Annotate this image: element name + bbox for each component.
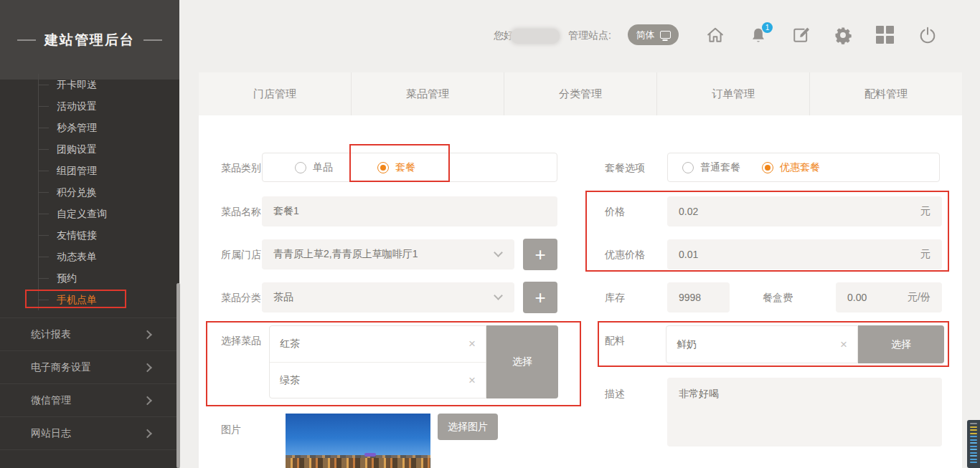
dish-category-label: 菜品分类 <box>221 292 261 305</box>
ingredient-row: 鲜奶 × <box>666 326 857 363</box>
remove-dish-icon[interactable]: × <box>468 373 476 388</box>
stock-label: 库存 <box>605 292 625 305</box>
sidebar-item-booking[interactable]: 预约 <box>39 267 174 289</box>
chevron-right-icon <box>143 396 152 405</box>
sidebar: 建站管理后台 开卡即送 活动设置 秒杀管理 团购设置 组团管理 积分兑换 自定义… <box>0 0 179 468</box>
radio-discount-combo[interactable]: 优惠套餐 <box>762 161 820 174</box>
stock-value: 9998 <box>679 292 701 303</box>
store-select[interactable]: 青青原上草2,青青原上草咖啡厅1 <box>262 239 514 269</box>
dish-name-value: 套餐1 <box>273 205 299 218</box>
description-textarea[interactable]: 非常好喝 <box>667 378 942 446</box>
chosen-dish-row: 红茶 × <box>270 326 486 362</box>
sidebar-item-groups[interactable]: 组团管理 <box>39 160 174 181</box>
top-header: 您好 管理站点: 简体 1 <box>179 0 980 72</box>
monitor-icon <box>660 31 671 39</box>
box-fee-unit: 元/份 <box>908 291 930 304</box>
stock-input[interactable]: 9998 <box>667 282 730 312</box>
sidebar-item-dynamic-form[interactable]: 动态表单 <box>39 246 174 267</box>
tab-category-management[interactable]: 分类管理 <box>504 72 656 115</box>
city-skyline <box>286 458 430 468</box>
sidebar-scrollbar[interactable] <box>176 283 180 468</box>
bell-icon[interactable]: 1 <box>748 25 768 45</box>
managed-site-label: 管理站点: <box>568 29 611 42</box>
image-label: 图片 <box>221 424 241 436</box>
tab-store-management[interactable]: 门店管理 <box>199 72 351 115</box>
chevron-down-icon <box>494 291 503 300</box>
radio-combo-dish[interactable]: 套餐 <box>377 161 415 174</box>
minimap-stripe <box>970 449 977 450</box>
radio-normal-combo[interactable]: 普通套餐 <box>682 161 740 174</box>
edit-icon[interactable] <box>791 25 811 45</box>
chevron-right-icon <box>143 330 152 339</box>
sidebar-item-groupbuy[interactable]: 团购设置 <box>39 138 174 160</box>
discount-price-input[interactable]: 0.01 元 <box>667 239 942 269</box>
radio-label: 普通套餐 <box>700 161 740 174</box>
home-icon[interactable] <box>705 25 725 45</box>
grid-square <box>876 36 884 44</box>
discount-price-unit: 元 <box>920 248 930 261</box>
sidebar-item-custom-query[interactable]: 自定义查询 <box>39 203 174 224</box>
box-fee-input[interactable]: 0.00 元/份 <box>836 282 942 312</box>
tab-bar: 门店管理 菜品管理 分类管理 订单管理 配料管理 <box>199 72 962 115</box>
sidebar-item-mobile-order[interactable]: 手机点单 <box>39 289 174 310</box>
sidebar-group-sitelog[interactable]: 网站日志 <box>0 416 179 449</box>
grid-square <box>876 26 884 34</box>
chevron-right-icon <box>143 363 152 372</box>
radio-circle-icon <box>682 162 694 173</box>
radio-single-dish[interactable]: 单品 <box>295 161 333 174</box>
combo-option-label: 套餐选项 <box>605 162 645 175</box>
dish-item-label: 红茶 <box>280 338 300 350</box>
sidebar-group-ecommerce[interactable]: 电子商务设置 <box>0 350 179 383</box>
remove-dish-icon[interactable]: × <box>468 337 476 351</box>
description-value: 非常好喝 <box>679 388 719 399</box>
sidebar-group-stats[interactable]: 统计报表 <box>0 317 179 350</box>
store-label: 所属门店 <box>221 249 261 262</box>
sidebar-group-wechat[interactable]: 微信管理 <box>0 383 179 416</box>
ingredient-box: 鲜奶 × <box>666 325 858 363</box>
sidebar-item-activity[interactable]: 活动设置 <box>39 95 174 117</box>
combo-option-radio-group: 普通套餐 优惠套餐 <box>667 153 940 182</box>
group-label: 电子商务设置 <box>31 361 91 374</box>
chosen-dishes-list: 红茶 × 绿茶 × <box>269 325 486 398</box>
minimap-stripe <box>970 462 977 463</box>
sidebar-item-links[interactable]: 友情链接 <box>39 224 174 246</box>
dish-type-label: 菜品类别 <box>221 162 261 175</box>
apps-grid-icon[interactable] <box>875 25 895 45</box>
tab-ingredient-management[interactable]: 配料管理 <box>809 72 962 115</box>
grid-square <box>886 36 894 44</box>
logo-dash <box>143 39 162 41</box>
group-label: 微信管理 <box>31 394 71 407</box>
language-label: 简体 <box>636 29 655 42</box>
sidebar-item-points[interactable]: 积分兑换 <box>39 181 174 203</box>
choose-image-button[interactable]: 选择图片 <box>438 414 498 440</box>
radio-circle-icon <box>377 162 389 173</box>
select-ingredient-button[interactable]: 选择 <box>858 325 944 363</box>
add-store-button[interactable]: + <box>523 239 557 270</box>
language-site-button[interactable]: 简体 <box>628 24 679 45</box>
minimap-widget[interactable] <box>967 420 980 468</box>
discount-price-label: 优惠价格 <box>605 249 645 262</box>
tab-order-management[interactable]: 订单管理 <box>656 72 809 115</box>
price-input[interactable]: 0.02 元 <box>667 196 942 226</box>
sidebar-item-card-gift[interactable]: 开卡即送 <box>39 74 174 95</box>
power-icon[interactable] <box>918 25 938 45</box>
radio-circle-icon <box>762 162 773 173</box>
box-fee-label: 餐盒费 <box>763 292 793 305</box>
dish-category-value: 茶品 <box>273 291 293 304</box>
remove-ingredient-icon[interactable]: × <box>840 338 847 352</box>
gear-icon[interactable] <box>833 25 853 45</box>
sidebar-tree: 开卡即送 活动设置 秒杀管理 团购设置 组团管理 积分兑换 自定义查询 友情链接… <box>38 74 174 310</box>
sidebar-item-seckill[interactable]: 秒杀管理 <box>39 117 174 138</box>
minimap-stripe <box>970 446 977 447</box>
purple-lit-building <box>364 453 376 457</box>
logo-dash <box>17 39 36 41</box>
select-dishes-button[interactable]: 选择 <box>486 325 558 398</box>
add-dish-category-button[interactable]: + <box>523 282 557 313</box>
minimap-stripe <box>970 452 977 454</box>
main-panel: 门店管理 菜品管理 分类管理 订单管理 配料管理 菜品类别 单品 套餐 菜品名称… <box>199 72 962 468</box>
dish-category-select[interactable]: 茶品 <box>262 282 514 312</box>
dish-name-input[interactable]: 套餐1 <box>262 196 557 226</box>
tab-dish-management[interactable]: 菜品管理 <box>351 72 504 115</box>
notification-badge: 1 <box>762 22 773 33</box>
ingredient-label: 配料 <box>605 335 625 348</box>
